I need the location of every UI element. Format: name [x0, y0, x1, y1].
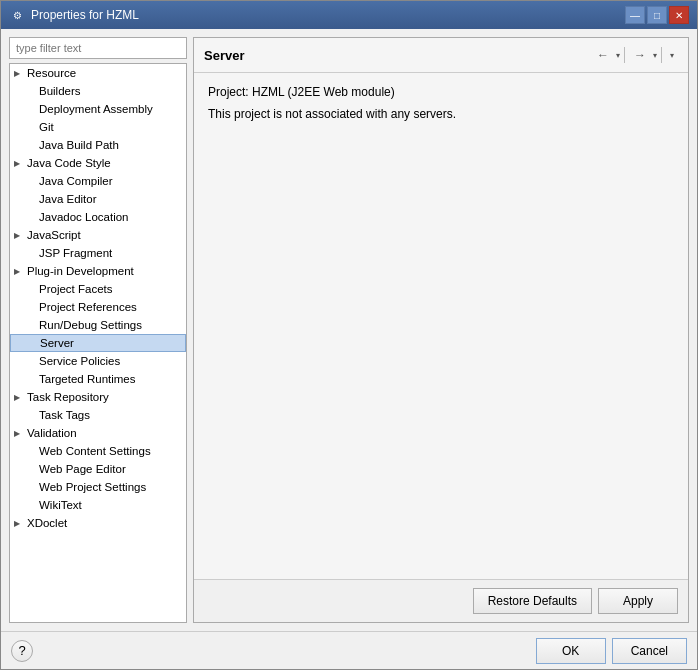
tree-item-java-compiler[interactable]: Java Compiler	[10, 172, 186, 190]
toolbar-separator	[624, 47, 625, 63]
tree-item-deployment-assembly[interactable]: Deployment Assembly	[10, 100, 186, 118]
tree-label-task-tags: Task Tags	[39, 409, 182, 421]
tree-item-task-tags[interactable]: Task Tags	[10, 406, 186, 424]
tree-item-web-project-settings[interactable]: Web Project Settings	[10, 478, 186, 496]
title-bar: ⚙ Properties for HZML — □ ✕	[1, 1, 697, 29]
footer-buttons: OK Cancel	[536, 638, 687, 664]
tree-item-project-facets[interactable]: Project Facets	[10, 280, 186, 298]
window-title: Properties for HZML	[31, 8, 139, 22]
ok-button[interactable]: OK	[536, 638, 606, 664]
minimize-button[interactable]: —	[625, 6, 645, 24]
tree-item-java-build-path[interactable]: Java Build Path	[10, 136, 186, 154]
tree-item-run-debug-settings[interactable]: Run/Debug Settings	[10, 316, 186, 334]
tree-arrow-validation: ▶	[14, 429, 24, 438]
tree-item-validation[interactable]: ▶Validation	[10, 424, 186, 442]
tree-label-deployment-assembly: Deployment Assembly	[39, 103, 182, 115]
dialog-window: ⚙ Properties for HZML — □ ✕ ▶ResourceBui…	[0, 0, 698, 670]
filter-input[interactable]	[9, 37, 187, 59]
tree-label-javadoc-location: Javadoc Location	[39, 211, 182, 223]
back-dropdown-icon: ▾	[616, 51, 620, 60]
tree-arrow-task-repository: ▶	[14, 393, 24, 402]
tree-item-plugin-development[interactable]: ▶Plug-in Development	[10, 262, 186, 280]
tree-arrow-javascript: ▶	[14, 231, 24, 240]
tree-label-web-content-settings: Web Content Settings	[39, 445, 182, 457]
dialog-footer: ? OK Cancel	[1, 631, 697, 669]
main-area: ▶ResourceBuildersDeployment AssemblyGitJ…	[1, 29, 697, 631]
tree-item-jsp-fragment[interactable]: JSP Fragment	[10, 244, 186, 262]
tree-arrow-xdoclet: ▶	[14, 519, 24, 528]
tree-item-git[interactable]: Git	[10, 118, 186, 136]
tree-label-builders: Builders	[39, 85, 182, 97]
right-panel: Server ← ▾ → ▾ ▾ Project: HZML (J2EE Web…	[193, 37, 689, 623]
tree-label-git: Git	[39, 121, 182, 133]
close-button[interactable]: ✕	[669, 6, 689, 24]
menu-dropdown-icon[interactable]: ▾	[666, 49, 678, 62]
tree-label-validation: Validation	[27, 427, 182, 439]
right-content: Project: HZML (J2EE Web module) This pro…	[194, 73, 688, 579]
tree-label-web-page-editor: Web Page Editor	[39, 463, 182, 475]
tree-label-service-policies: Service Policies	[39, 355, 182, 367]
project-info: Project: HZML (J2EE Web module)	[208, 85, 674, 99]
tree-label-run-debug-settings: Run/Debug Settings	[39, 319, 182, 331]
toolbar-separator-2	[661, 47, 662, 63]
tree-item-builders[interactable]: Builders	[10, 82, 186, 100]
tree-item-task-repository[interactable]: ▶Task Repository	[10, 388, 186, 406]
dialog-content: ▶ResourceBuildersDeployment AssemblyGitJ…	[1, 29, 697, 669]
tree-label-plugin-development: Plug-in Development	[27, 265, 182, 277]
tree-item-javascript[interactable]: ▶JavaScript	[10, 226, 186, 244]
tree-panel: ▶ResourceBuildersDeployment AssemblyGitJ…	[9, 63, 187, 623]
tree-item-xdoclet[interactable]: ▶XDoclet	[10, 514, 186, 532]
tree-label-java-compiler: Java Compiler	[39, 175, 182, 187]
tree-item-wiki-text[interactable]: WikiText	[10, 496, 186, 514]
tree-label-task-repository: Task Repository	[27, 391, 182, 403]
tree-label-targeted-runtimes: Targeted Runtimes	[39, 373, 182, 385]
tree-label-project-references: Project References	[39, 301, 182, 313]
tree-item-service-policies[interactable]: Service Policies	[10, 352, 186, 370]
restore-defaults-button[interactable]: Restore Defaults	[473, 588, 592, 614]
tree-label-jsp-fragment: JSP Fragment	[39, 247, 182, 259]
no-server-text: This project is not associated with any …	[208, 107, 674, 121]
tree-label-server: Server	[40, 337, 181, 349]
tree-item-web-page-editor[interactable]: Web Page Editor	[10, 460, 186, 478]
tree-label-resource: Resource	[27, 67, 182, 79]
tree-item-server[interactable]: Server	[10, 334, 186, 352]
tree-label-wiki-text: WikiText	[39, 499, 182, 511]
toolbar-icons: ← ▾ → ▾ ▾	[592, 44, 678, 66]
right-header: Server ← ▾ → ▾ ▾	[194, 38, 688, 73]
window-icon: ⚙	[9, 7, 25, 23]
title-bar-left: ⚙ Properties for HZML	[9, 7, 139, 23]
tree-item-java-code-style[interactable]: ▶Java Code Style	[10, 154, 186, 172]
tree-item-targeted-runtimes[interactable]: Targeted Runtimes	[10, 370, 186, 388]
tree-label-xdoclet: XDoclet	[27, 517, 182, 529]
title-buttons: — □ ✕	[625, 6, 689, 24]
help-button[interactable]: ?	[11, 640, 33, 662]
tree-label-java-code-style: Java Code Style	[27, 157, 182, 169]
forward-dropdown-icon: ▾	[653, 51, 657, 60]
tree-item-javadoc-location[interactable]: Javadoc Location	[10, 208, 186, 226]
tree-arrow-resource: ▶	[14, 69, 24, 78]
tree-item-resource[interactable]: ▶Resource	[10, 64, 186, 82]
tree-label-web-project-settings: Web Project Settings	[39, 481, 182, 493]
tree-item-project-references[interactable]: Project References	[10, 298, 186, 316]
left-panel: ▶ResourceBuildersDeployment AssemblyGitJ…	[9, 37, 187, 623]
tree-arrow-java-code-style: ▶	[14, 159, 24, 168]
tree-label-java-build-path: Java Build Path	[39, 139, 182, 151]
tree-label-java-editor: Java Editor	[39, 193, 182, 205]
maximize-button[interactable]: □	[647, 6, 667, 24]
tree-label-javascript: JavaScript	[27, 229, 182, 241]
forward-button[interactable]: →	[629, 44, 651, 66]
tree-label-project-facets: Project Facets	[39, 283, 182, 295]
back-button[interactable]: ←	[592, 44, 614, 66]
right-panel-title: Server	[204, 48, 244, 63]
tree-item-java-editor[interactable]: Java Editor	[10, 190, 186, 208]
tree-item-web-content-settings[interactable]: Web Content Settings	[10, 442, 186, 460]
apply-button[interactable]: Apply	[598, 588, 678, 614]
tree-arrow-plugin-development: ▶	[14, 267, 24, 276]
cancel-button[interactable]: Cancel	[612, 638, 687, 664]
bottom-bar: Restore Defaults Apply	[194, 579, 688, 622]
